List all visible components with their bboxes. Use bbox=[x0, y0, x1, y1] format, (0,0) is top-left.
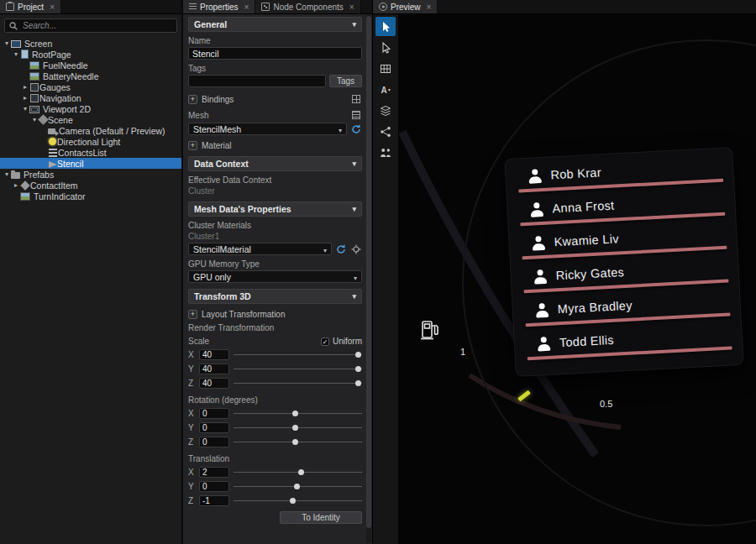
move-tool-button[interactable] bbox=[375, 38, 396, 57]
properties-scrollbar[interactable] bbox=[366, 15, 371, 543]
tree-item-camera[interactable]: Camera (Default / Preview) bbox=[0, 125, 181, 136]
tree-item-contactitem[interactable]: ContactItem bbox=[0, 180, 181, 191]
chevron-down-icon[interactable] bbox=[352, 160, 356, 168]
close-icon[interactable] bbox=[427, 3, 432, 12]
expander-icon[interactable] bbox=[12, 50, 20, 58]
preview-panel: Preview bbox=[373, 0, 756, 544]
rotation-x-field[interactable] bbox=[199, 408, 229, 419]
translation-x-field[interactable] bbox=[199, 467, 229, 478]
rotation-x-slider[interactable] bbox=[234, 407, 362, 419]
scrollbar-thumb[interactable] bbox=[366, 16, 371, 528]
tree-item-gauges[interactable]: Gauges bbox=[0, 81, 181, 92]
close-icon[interactable] bbox=[50, 3, 55, 12]
rotation-y-slider[interactable] bbox=[234, 421, 362, 433]
scale-z-field[interactable] bbox=[199, 378, 229, 389]
rotation-z-slider[interactable] bbox=[234, 436, 362, 447]
layers-tool-button[interactable] bbox=[375, 101, 396, 120]
section-transform-3d[interactable]: Transform 3D bbox=[188, 289, 362, 304]
add-layout-transformation-button[interactable] bbox=[188, 310, 197, 319]
uniform-checkbox[interactable] bbox=[321, 337, 329, 346]
tree-item-contactslist[interactable]: ContactsList bbox=[0, 147, 181, 158]
tree-item-fuelneedle[interactable]: FuelNeedle bbox=[0, 60, 181, 71]
tree-item-label: BatteryNeedle bbox=[43, 71, 99, 81]
chevron-down-icon[interactable] bbox=[352, 20, 356, 29]
chevron-down-icon[interactable] bbox=[352, 205, 356, 213]
section-general[interactable]: General bbox=[188, 17, 362, 32]
search-box[interactable] bbox=[4, 18, 177, 33]
rotation-y-field[interactable] bbox=[199, 422, 229, 433]
tab-properties[interactable]: Properties bbox=[183, 0, 255, 13]
uniform-label: Uniform bbox=[333, 337, 362, 346]
section-mesh-data[interactable]: Mesh Data's Properties bbox=[188, 201, 362, 217]
slider-handle[interactable] bbox=[292, 411, 298, 416]
cluster1-material-dropdown[interactable]: StencilMaterial bbox=[188, 243, 332, 255]
bindings-grid-icon[interactable] bbox=[350, 93, 362, 105]
tree-item-label: Scene bbox=[48, 115, 73, 125]
tab-project[interactable]: Project bbox=[0, 0, 61, 13]
add-binding-button[interactable] bbox=[188, 95, 197, 104]
translation-x-slider[interactable] bbox=[234, 466, 362, 478]
tree-item-stencil-selected[interactable]: Stencil bbox=[0, 158, 181, 169]
node-graph-button[interactable] bbox=[375, 122, 396, 141]
translation-y-field[interactable] bbox=[199, 481, 229, 492]
mesh-reset-icon[interactable] bbox=[350, 123, 362, 135]
expander-icon[interactable] bbox=[21, 94, 29, 102]
close-icon[interactable] bbox=[349, 3, 354, 12]
tree-item-screen[interactable]: Screen bbox=[0, 38, 181, 49]
scale-x-field[interactable] bbox=[199, 349, 229, 360]
add-material-button[interactable] bbox=[188, 141, 197, 150]
material-target-icon[interactable] bbox=[350, 243, 362, 255]
slider-handle[interactable] bbox=[292, 439, 298, 445]
tree-item-directional-light[interactable]: Directional Light bbox=[0, 136, 181, 147]
tree-item-navigation[interactable]: Navigation bbox=[0, 92, 181, 103]
search-input[interactable] bbox=[21, 20, 172, 31]
scale-z-slider[interactable] bbox=[234, 377, 362, 389]
mesh-dropdown[interactable]: StencilMesh bbox=[188, 123, 347, 135]
slider-handle[interactable] bbox=[294, 484, 300, 489]
scale-x-slider[interactable] bbox=[234, 348, 362, 360]
tree-item-rootpage[interactable]: RootPage bbox=[0, 49, 181, 60]
rotation-z-field[interactable] bbox=[199, 437, 229, 447]
tab-node-components[interactable]: Node Components bbox=[255, 0, 360, 13]
translation-z-field[interactable] bbox=[199, 495, 229, 506]
tags-field[interactable] bbox=[188, 75, 326, 87]
bindings-label: Bindings bbox=[202, 95, 234, 104]
preview-canvas[interactable]: Rob Krar Anna Frost Kwamie Liv bbox=[398, 14, 756, 544]
gpu-memory-type-dropdown[interactable]: GPU only bbox=[188, 270, 362, 283]
expander-icon[interactable] bbox=[21, 105, 29, 112]
translation-z-slider[interactable] bbox=[234, 494, 362, 506]
select-tool-button[interactable] bbox=[375, 17, 396, 36]
expander-icon[interactable] bbox=[12, 181, 20, 189]
tree-item-turnindicator[interactable]: TurnIndicator bbox=[0, 191, 181, 201]
slider-handle[interactable] bbox=[298, 469, 304, 475]
to-identity-button[interactable]: To Identity bbox=[280, 511, 362, 524]
tree-item-batteryneedle[interactable]: BatteryNeedle bbox=[0, 71, 181, 81]
expander-icon[interactable] bbox=[3, 39, 11, 47]
tags-button[interactable]: Tags bbox=[329, 75, 362, 87]
scale-y-slider[interactable] bbox=[234, 363, 362, 374]
translation-y-slider[interactable] bbox=[234, 480, 362, 492]
close-icon[interactable] bbox=[244, 3, 249, 12]
grid-tool-button[interactable] bbox=[375, 59, 396, 78]
slider-handle[interactable] bbox=[292, 425, 298, 431]
scale-y-field[interactable] bbox=[199, 364, 229, 374]
tree-item-viewport2d[interactable]: Viewport 2D bbox=[0, 103, 181, 114]
tree-item-prefabs[interactable]: Prefabs bbox=[0, 169, 181, 180]
name-field[interactable] bbox=[188, 47, 362, 60]
slider-handle[interactable] bbox=[290, 498, 296, 504]
material-reset-icon[interactable] bbox=[335, 243, 347, 255]
mesh-presets-icon[interactable] bbox=[350, 109, 362, 121]
columns-tool-button[interactable] bbox=[375, 143, 396, 162]
tree-item-scene[interactable]: Scene bbox=[0, 114, 181, 125]
expander-icon[interactable] bbox=[3, 170, 11, 178]
text-tool-button[interactable]: A bbox=[375, 80, 396, 99]
slider-handle[interactable] bbox=[355, 366, 361, 372]
slider-handle[interactable] bbox=[355, 380, 361, 386]
tab-preview[interactable]: Preview bbox=[373, 0, 438, 13]
section-data-context[interactable]: Data Context bbox=[188, 156, 362, 171]
expander-icon[interactable] bbox=[21, 83, 29, 91]
chevron-down-icon[interactable] bbox=[352, 292, 356, 301]
scale-z-row: Z bbox=[188, 377, 362, 389]
tab-preview-label: Preview bbox=[391, 3, 421, 12]
slider-handle[interactable] bbox=[355, 352, 361, 358]
